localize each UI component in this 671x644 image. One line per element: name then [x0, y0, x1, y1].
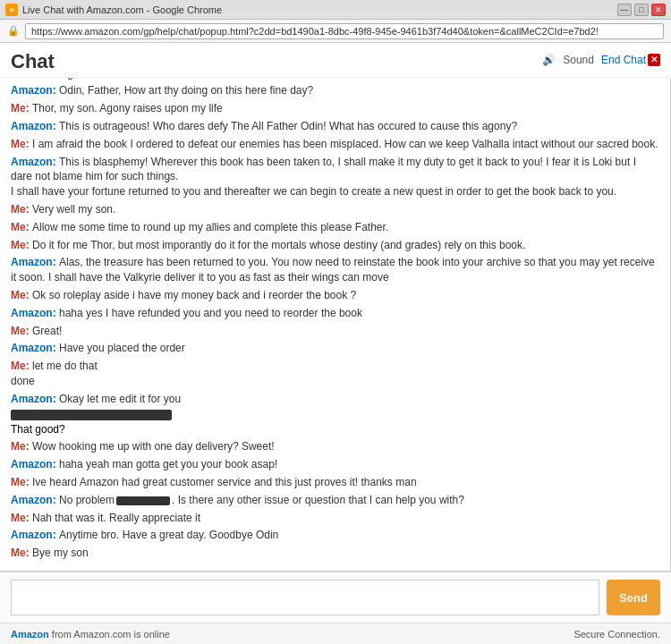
message-speaker: Me:: [11, 325, 32, 337]
message-text: haha yeah man gotta get you your book as…: [59, 458, 277, 470]
chat-message: Amazon: Anytime bro. Have a great day. G…: [11, 528, 659, 543]
message-speaker: Me:: [11, 239, 32, 251]
message-speaker: Me:: [11, 78, 32, 80]
close-button[interactable]: ✕: [651, 4, 666, 16]
end-chat-button[interactable]: End Chat ✕: [601, 54, 660, 66]
message-text: This is outrageous! Who dares defy The A…: [59, 120, 517, 132]
message-text: Very well my son.: [32, 203, 115, 216]
chat-footer: Amazon from Amazon.com is online Secure …: [0, 623, 671, 644]
chat-message: Me: Nah that was it. Really appreciate i…: [11, 511, 659, 526]
message-speaker: Amazon:: [11, 458, 59, 470]
chat-message: Me: Greeting, Thor. Can I be Odin ?: [11, 78, 659, 80]
message-text: Anytime bro. Have a great day. Goodbye O…: [59, 529, 278, 541]
message-input[interactable]: [11, 580, 599, 615]
redacted-content: [11, 410, 172, 420]
message-speaker: Me:: [11, 476, 32, 488]
chat-message: That good?: [11, 410, 659, 437]
message-text: No problem. Is there any other issue or …: [59, 494, 464, 506]
message-speaker: Me:: [11, 289, 32, 301]
chat-message: Amazon: Have you placed the order: [11, 341, 659, 356]
message-text: Okay let me edit it for you: [59, 393, 181, 405]
chat-message: Me: Ive heard Amazon had great customer …: [11, 475, 659, 490]
chat-message: Amazon: haha yeah man gotta get you your…: [11, 457, 659, 472]
end-chat-label: End Chat: [601, 54, 646, 66]
chat-message: Me: let me do thatdone: [11, 359, 659, 389]
chat-message: Me: Allow me some time to round up my al…: [11, 220, 659, 235]
chat-message: Amazon: This is outrageous! Who dares de…: [11, 119, 659, 134]
chat-message: Me: Do it for me Thor, but most imporant…: [11, 238, 659, 253]
message-speaker: Amazon:: [11, 342, 59, 354]
chat-message: Me: Bye my son: [11, 546, 659, 561]
chat-window: Chat 🔊 Sound End Chat ✕ You are now conn…: [0, 43, 671, 644]
lock-icon: 🔒: [7, 25, 20, 37]
message-text: haha yes I have refunded you and you nee…: [59, 307, 362, 319]
message-speaker: Me:: [11, 221, 32, 233]
message-speaker: Me:: [11, 547, 32, 559]
message-text: Bye my son: [32, 547, 89, 559]
chat-message: Me: Thor, my son. Agony raises upon my l…: [11, 101, 659, 116]
chat-message: Me: Very well my son.: [11, 202, 659, 217]
message-text: This is blasphemy! Wherever this book ha…: [11, 156, 636, 199]
message-text: Have you placed the order: [59, 342, 185, 354]
minimize-button[interactable]: —: [617, 4, 632, 16]
message-text: Ive heard Amazon had great customer serv…: [32, 476, 417, 488]
footer-amazon-label: Amazon: [11, 629, 49, 640]
chat-message: Amazon: No problem. Is there any other i…: [11, 493, 659, 508]
message-text: Allow me some time to round up my allies…: [32, 221, 388, 233]
browser-titlebar: a Live Chat with Amazon.com - Google Chr…: [0, 0, 671, 20]
sound-icon: 🔊: [542, 54, 556, 66]
footer-online-text: from Amazon.com is online: [52, 629, 170, 640]
end-chat-x-icon: ✕: [648, 54, 660, 66]
chat-input-area: Send: [0, 572, 671, 623]
chat-header: Chat 🔊 Sound End Chat ✕: [0, 43, 671, 78]
footer-status: Amazon from Amazon.com is online: [11, 629, 170, 640]
header-controls: 🔊 Sound End Chat ✕: [542, 50, 660, 66]
chat-message: Me: I am afraid the book I ordered to de…: [11, 137, 659, 152]
url-bar[interactable]: https://www.amazon.com/gp/help/chat/popu…: [25, 23, 664, 39]
chat-message: Amazon: haha yes I have refunded you and…: [11, 306, 659, 321]
message-text: Ok so roleplay aside i have my money bac…: [32, 289, 356, 301]
chat-message: Me: Great!: [11, 324, 659, 339]
chat-message: Amazon: Okay let me edit it for you: [11, 392, 659, 407]
message-text: Odin, Father, How art thy doing on this …: [59, 84, 313, 97]
sound-label: Sound: [563, 54, 594, 66]
message-speaker: Me:: [11, 138, 32, 150]
chat-message: Amazon: This is blasphemy! Wherever this…: [11, 155, 659, 199]
message-speaker: Me:: [11, 102, 32, 114]
message-text: Wow hooking me up with one day delivery?…: [32, 440, 275, 453]
message-speaker: Amazon:: [11, 84, 59, 97]
chat-message: Me: Wow hooking me up with one day deliv…: [11, 439, 659, 454]
message-speaker: Amazon:: [11, 494, 59, 506]
window-controls: — □ ✕: [617, 4, 666, 16]
message-text: That good?: [11, 422, 659, 437]
secure-connection-label: Secure Connection.: [573, 629, 660, 640]
message-speaker: Amazon:: [11, 529, 59, 541]
message-speaker: Amazon:: [11, 120, 59, 132]
chat-title: Chat: [11, 50, 55, 73]
message-speaker: Me:: [11, 512, 32, 524]
message-speaker: Amazon:: [11, 256, 59, 268]
redacted-text: [116, 496, 170, 505]
chat-messages-area: You are now connected to Amazon from Ama…: [0, 78, 671, 572]
message-text: Alas, the treasure has been returned to …: [11, 256, 655, 284]
message-speaker: Amazon:: [11, 307, 59, 319]
message-speaker: Me:: [11, 203, 32, 216]
browser-title: Live Chat with Amazon.com - Google Chrom…: [22, 4, 617, 15]
send-button[interactable]: Send: [607, 580, 660, 615]
chat-message: Amazon: Alas, the treasure has been retu…: [11, 255, 659, 285]
message-text: Nah that was it. Really appreciate it: [32, 512, 200, 524]
message-speaker: Me:: [11, 360, 32, 372]
address-bar: 🔒 https://www.amazon.com/gp/help/chat/po…: [0, 20, 671, 43]
message-text: Do it for me Thor, but most imporantly d…: [32, 239, 525, 251]
message-speaker: Me:: [11, 440, 32, 453]
message-text: I am afraid the book I ordered to defeat…: [32, 138, 658, 150]
message-text: Greeting, Thor. Can I be Odin ?: [32, 78, 182, 80]
chat-message: Amazon: Odin, Father, How art thy doing …: [11, 83, 659, 98]
message-text: Thor, my son. Agony raises upon my life: [32, 102, 223, 114]
message-speaker: Amazon:: [11, 393, 59, 405]
message-text: Great!: [32, 325, 62, 337]
browser-favicon: a: [5, 4, 18, 16]
chat-message: Me: Ok so roleplay aside i have my money…: [11, 288, 659, 303]
maximize-button[interactable]: □: [634, 4, 649, 16]
message-speaker: Amazon:: [11, 156, 59, 168]
